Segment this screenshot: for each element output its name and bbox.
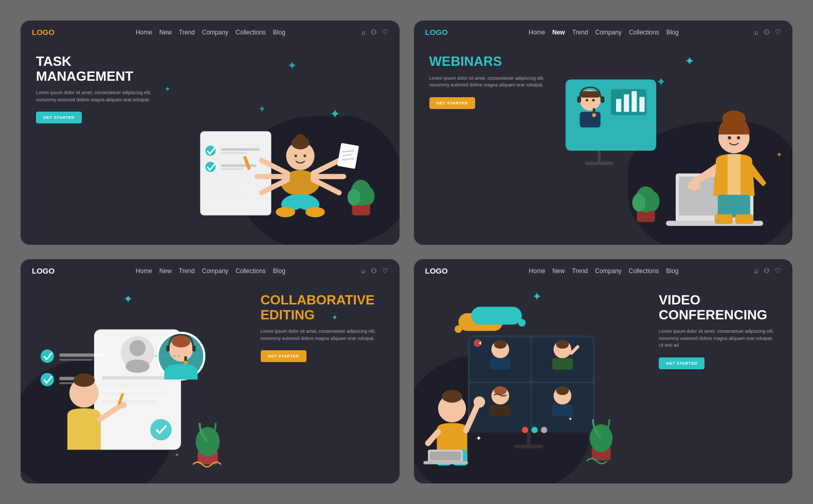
collab-get-started-button[interactable]: GET STARTED	[261, 350, 306, 362]
svg-point-46	[592, 99, 595, 101]
svg-text:✦: ✦	[330, 106, 340, 121]
nav-trend-2[interactable]: Trend	[572, 29, 588, 36]
nav-company-4[interactable]: Company	[595, 267, 621, 275]
nav-home-1[interactable]: Home	[136, 29, 152, 36]
search-icon-3[interactable]: ⌕	[362, 267, 366, 275]
svg-rect-83	[102, 392, 169, 395]
nav-company-2[interactable]: Company	[595, 29, 622, 36]
heart-icon-4[interactable]: ♡	[775, 267, 781, 275]
svg-point-1	[206, 146, 216, 156]
svg-rect-9	[208, 194, 250, 197]
nav-company-3[interactable]: Company	[202, 267, 228, 275]
task-title: TASK MANAGEMENT	[36, 54, 170, 83]
svg-point-71	[41, 350, 54, 363]
svg-line-137	[428, 432, 438, 443]
svg-rect-39	[616, 99, 621, 112]
collab-desc: Lorem ipsum dolor sit amet, consectetuer…	[261, 328, 384, 342]
nav-new-3[interactable]: New	[159, 267, 172, 275]
svg-point-60	[737, 136, 740, 139]
svg-point-100	[196, 427, 220, 456]
user-icon-3[interactable]: ⚇	[371, 267, 377, 275]
svg-point-132	[442, 390, 462, 403]
nav-home-3[interactable]: Home	[136, 267, 152, 275]
svg-point-93	[172, 335, 190, 347]
search-icon[interactable]: ⌕	[362, 28, 366, 36]
sparkle-collab-3: ✦	[175, 452, 179, 458]
nav-video: LOGO Home New Trend Company Collections …	[414, 259, 793, 282]
nav-collections-1[interactable]: Collections	[236, 29, 266, 36]
nav-collections-4[interactable]: Collections	[629, 267, 659, 275]
nav-trend-1[interactable]: Trend	[179, 29, 195, 36]
svg-text:✦: ✦	[656, 75, 666, 88]
nav-blog-2[interactable]: Blog	[666, 29, 679, 36]
video-title: VIDEO CONFERENCING	[659, 293, 777, 322]
svg-point-45	[586, 99, 588, 101]
nav-home-4[interactable]: Home	[529, 267, 545, 275]
svg-rect-42	[640, 97, 645, 112]
svg-point-85	[150, 419, 172, 441]
nav-blog-1[interactable]: Blog	[273, 29, 285, 36]
user-icon-2[interactable]: ⚇	[764, 28, 770, 36]
nav-trend-3[interactable]: Trend	[179, 267, 195, 275]
heart-icon-3[interactable]: ♡	[382, 267, 388, 275]
sparkle-vid-2: ✦	[476, 434, 482, 442]
svg-rect-81	[102, 376, 173, 380]
svg-rect-140	[423, 461, 467, 464]
nav-collections-3[interactable]: Collections	[236, 267, 266, 275]
task-get-started-button[interactable]: GET STARTED	[36, 112, 82, 123]
nav-webinar: LOGO Home New Trend Company Collections …	[414, 21, 793, 44]
svg-rect-44	[580, 91, 601, 98]
svg-point-102	[454, 325, 462, 333]
svg-line-19	[313, 160, 339, 173]
nav-home-2[interactable]: Home	[529, 29, 545, 36]
card-task-management: LOGO Home New Trend Company Collections …	[21, 21, 400, 245]
svg-rect-64	[735, 214, 753, 224]
svg-rect-62	[718, 195, 750, 218]
nav-task: LOGO Home New Trend Company Collections …	[21, 21, 400, 44]
collab-title: COLLABORATIVE EDITING	[261, 293, 384, 322]
sparkle-web-1: ✦	[684, 54, 695, 68]
webinar-get-started-button[interactable]: GET STARTED	[429, 97, 475, 109]
svg-point-67	[633, 193, 645, 211]
svg-point-123	[556, 386, 569, 395]
nav-collab: LOGO Home New Trend Company Collections …	[21, 259, 400, 282]
heart-icon-2[interactable]: ♡	[775, 28, 781, 36]
svg-rect-94	[166, 346, 169, 352]
nav-icons-3: ⌕ ⚇ ♡	[362, 267, 388, 275]
svg-rect-2	[221, 148, 260, 151]
svg-rect-22	[337, 143, 359, 169]
nav-blog-4[interactable]: Blog	[666, 267, 678, 275]
svg-rect-6	[221, 168, 244, 170]
svg-point-80	[125, 359, 150, 373]
user-icon[interactable]: ⚇	[371, 28, 377, 36]
svg-rect-48	[577, 96, 582, 103]
svg-point-4	[206, 161, 216, 172]
nav-blog-3[interactable]: Blog	[273, 267, 285, 275]
task-illustration: ✦ ✦	[174, 44, 394, 245]
nav-company-1[interactable]: Company	[202, 29, 228, 36]
card-collab: LOGO Home New Trend Company Collections …	[21, 259, 400, 483]
nav-links-task: Home New Trend Company Collections Blog	[70, 29, 351, 36]
heart-icon[interactable]: ♡	[382, 28, 388, 36]
svg-rect-73	[59, 359, 93, 361]
nav-new-2[interactable]: New	[552, 29, 565, 36]
nav-collections-2[interactable]: Collections	[629, 29, 659, 36]
svg-point-68	[647, 191, 660, 211]
card-video: LOGO Home New Trend Company Collections …	[414, 259, 793, 483]
svg-point-79	[130, 340, 146, 356]
svg-rect-40	[624, 94, 629, 112]
svg-rect-115	[552, 358, 572, 370]
nav-trend-4[interactable]: Trend	[572, 267, 588, 275]
nav-new-1[interactable]: New	[159, 29, 172, 36]
user-icon-4[interactable]: ⚇	[764, 267, 770, 275]
nav-icons-4: ⌕ ⚇ ♡	[754, 267, 781, 275]
video-get-started-button[interactable]: GET STARTED	[659, 357, 704, 369]
logo-task: LOGO	[32, 28, 55, 37]
svg-point-58	[722, 111, 746, 126]
search-icon-2[interactable]: ⌕	[754, 28, 758, 36]
svg-point-34	[362, 187, 375, 205]
sparkle-web-2: ✦	[715, 217, 720, 224]
nav-new-4[interactable]: New	[552, 267, 565, 275]
video-illustration	[414, 287, 649, 478]
search-icon-4[interactable]: ⌕	[754, 267, 758, 275]
